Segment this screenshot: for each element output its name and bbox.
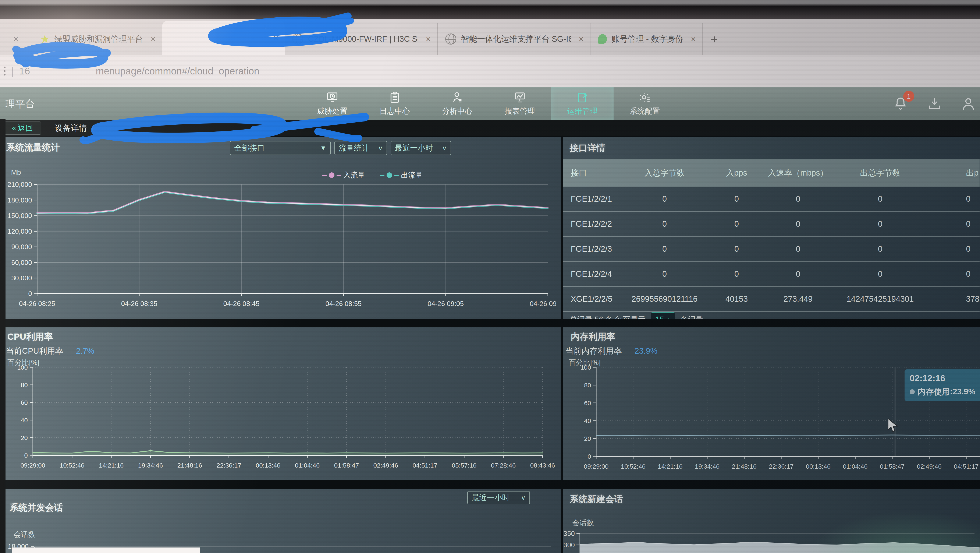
app-header: 理平台 威胁处置日志中心分析中心报表管理运维管理系统配置 1 [0, 88, 980, 120]
download-icon[interactable] [927, 96, 942, 112]
svg-text:04-26 08:55: 04-26 08:55 [326, 300, 362, 308]
operations-management-icon [576, 91, 589, 104]
browser-menu-icon[interactable] [4, 67, 5, 75]
browser-tab[interactable]: 账号管理 - 数字身份× [590, 23, 703, 55]
nav-item-4[interactable]: 报表管理 [488, 88, 551, 120]
svg-text:90,000: 90,000 [11, 243, 32, 251]
table-cell: 0 [617, 220, 712, 229]
table-cell: 0 [762, 194, 835, 204]
close-icon[interactable]: × [13, 34, 18, 44]
svg-text:150,000: 150,000 [7, 212, 32, 220]
svg-text:80: 80 [584, 382, 591, 389]
current-memory-value: 23.9% [635, 346, 657, 355]
nav-item-2[interactable]: 日志中心 [363, 88, 426, 120]
browser-tab-bar: × ★绿盟威胁和漏洞管理平台××CZDL-M9000-FW-IRF | H3C … [0, 19, 980, 55]
time-range-dropdown[interactable]: 最近一小时∨ [467, 491, 530, 504]
globe-favicon-icon [292, 33, 303, 45]
close-icon[interactable]: × [691, 34, 696, 44]
cpu-line-chart[interactable]: 02040608010009:29:0010:52:4614:21:1619:3… [4, 364, 555, 477]
svg-text:60: 60 [21, 399, 28, 406]
threat-disposal-icon [326, 91, 339, 104]
legend-dot-icon [387, 172, 392, 178]
panel-memory-usage: 内存利用率 当前内存利用率23.9% 百分比[%] 02040608010009… [563, 327, 980, 480]
column-header: 入速率（mbps） [762, 167, 835, 178]
svg-text:05:57:16: 05:57:16 [452, 462, 477, 469]
dashboard-content: 系统流量统计 全部接口▼ 流量统计∨ 最近一小时∨ Mb 入流量 出流量 030… [0, 136, 980, 553]
browser-url-bar[interactable]: | 16 menupage/common#/cloud_operation [0, 55, 980, 88]
svg-text:02:49:46: 02:49:46 [374, 462, 398, 469]
svg-text:350: 350 [563, 530, 575, 537]
svg-text:60: 60 [584, 400, 591, 406]
table-cell: FGE1/2/2/1 [563, 194, 617, 204]
notification-bell-icon[interactable]: 1 [893, 96, 908, 112]
panel-title: 内存利用率 [571, 331, 615, 343]
table-cell: 0 [617, 194, 712, 204]
table-row[interactable]: XGE1/2/2/526995569012111640153273.449142… [563, 287, 980, 312]
url-prefix: 16 [19, 65, 30, 77]
svg-text:04-26 09:05: 04-26 09:05 [428, 300, 464, 308]
table-row[interactable]: FGE1/2/2/100000 [563, 186, 980, 212]
platform-brand: 理平台 [5, 97, 35, 111]
svg-text:210,000: 210,000 [7, 181, 32, 188]
svg-text:14:21:16: 14:21:16 [99, 462, 124, 469]
svg-text:02:49:46: 02:49:46 [917, 463, 942, 470]
close-icon[interactable]: × [426, 34, 431, 44]
nav-item-3[interactable]: 分析中心 [426, 88, 488, 120]
tab-partial[interactable]: × [0, 23, 32, 55]
close-icon[interactable]: × [151, 34, 156, 44]
new-tab-button[interactable]: + [703, 23, 726, 55]
metric-filter-dropdown[interactable]: 流量统计∨ [334, 141, 387, 155]
svg-text:20: 20 [21, 434, 28, 441]
table-cell: 0 [712, 194, 762, 204]
nav-label: 系统配置 [630, 106, 660, 116]
table-cell: 0 [762, 220, 835, 229]
page-size-select[interactable]: 15 ▲ [651, 312, 675, 319]
table-row[interactable]: FGE1/2/2/200000 [563, 212, 980, 237]
svg-text:01:04:46: 01:04:46 [843, 463, 868, 470]
browser-tab[interactable]: CZDL-M9000-FW-IRF | H3C Se× [285, 23, 438, 55]
back-chevron-icon: « [12, 124, 16, 132]
log-center-icon [388, 91, 401, 104]
tooltip-time: 02:12:16 [910, 373, 980, 383]
mouse-cursor-icon [887, 418, 899, 435]
svg-text:09:29:00: 09:29:00 [21, 462, 45, 469]
svg-text:0: 0 [28, 290, 32, 298]
time-range-dropdown[interactable]: 最近一小时∨ [391, 141, 451, 155]
svg-text:40: 40 [584, 417, 591, 424]
table-cell: 0 [617, 244, 712, 253]
column-header: 出总字节数 [835, 167, 926, 178]
svg-text:00:13:46: 00:13:46 [806, 463, 830, 470]
nav-item-6[interactable]: 系统配置 [614, 88, 676, 120]
svg-text:300: 300 [563, 541, 575, 549]
svg-text:30,000: 30,000 [11, 274, 32, 282]
nav-item-5-active[interactable]: 运维管理 [551, 88, 614, 120]
svg-text:21:48:16: 21:48:16 [732, 463, 757, 470]
svg-text:04-26 08:45: 04-26 08:45 [223, 300, 259, 308]
browser-tab[interactable]: 智能一体化运维支撑平台 SG-I60× [438, 23, 590, 55]
back-button[interactable]: « 返回 [4, 121, 41, 135]
traffic-line-chart[interactable]: 030,00060,00090,000120,000150,000180,000… [3, 178, 556, 318]
nav-label: 运维管理 [567, 106, 598, 116]
close-icon[interactable]: × [274, 33, 278, 43]
user-icon[interactable] [961, 96, 976, 112]
close-icon[interactable]: × [579, 34, 584, 44]
chart-tooltip: 02:12:16 内存使用:23.9% [905, 370, 980, 401]
table-cell: 0 [926, 194, 980, 204]
tooltip-series-dot-icon [910, 389, 915, 394]
new-sessions-area-chart[interactable]: 350300 [563, 528, 980, 553]
browser-tab-active[interactable]: × [162, 21, 285, 55]
tooltip-value: 内存使用:23.9% [918, 386, 975, 397]
y-axis-unit: 会话数 [14, 530, 35, 539]
table-row[interactable]: FGE1/2/2/400000 [563, 262, 980, 287]
interface-filter-dropdown[interactable]: 全部接口▼ [230, 141, 331, 155]
panel-title: 系统新建会话 [570, 493, 623, 505]
leaf-favicon-icon [598, 34, 607, 44]
page-sub-header: « 返回 设备详情（ [0, 120, 980, 136]
nav-item-1[interactable]: 威胁处置 [301, 88, 363, 120]
table-row[interactable]: FGE1/2/2/300000 [563, 237, 980, 262]
current-cpu-value: 2.7% [76, 346, 94, 355]
tab-title: 智能一体化运维支撑平台 SG-I60 [461, 34, 571, 45]
globe-favicon-icon [445, 33, 456, 45]
table-cell: 269955690121116 [617, 295, 712, 304]
browser-tab[interactable]: ★绿盟威胁和漏洞管理平台× [32, 23, 162, 55]
